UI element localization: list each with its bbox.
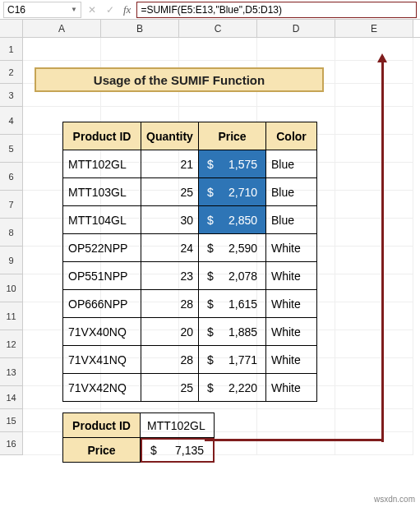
cell[interactable] — [335, 274, 413, 302]
cell-color[interactable]: White — [266, 374, 317, 402]
cell-price[interactable]: $2,850 — [199, 206, 266, 234]
row-header[interactable]: 9 — [0, 247, 23, 274]
row-header[interactable]: 6 — [0, 163, 23, 191]
currency-symbol: $ — [207, 325, 214, 339]
price-value: 1,575 — [228, 158, 257, 171]
summary-pid-label: Product ID — [63, 413, 141, 438]
cell[interactable] — [335, 386, 413, 409]
chevron-down-icon: ▼ — [71, 6, 77, 13]
cell-qty[interactable]: 30 — [141, 206, 199, 234]
arrow-vertical — [381, 56, 384, 442]
cell-price[interactable]: $2,710 — [199, 178, 266, 206]
cell[interactable] — [101, 38, 179, 61]
cell-qty[interactable]: 25 — [141, 178, 199, 206]
cell[interactable] — [335, 38, 413, 61]
row-header[interactable]: 7 — [0, 191, 23, 219]
row-header[interactable]: 2 — [0, 61, 23, 84]
cell-price[interactable]: $1,575 — [199, 150, 266, 178]
cell-color[interactable]: White — [266, 318, 317, 346]
table-row: OP666NPP28$1,615White — [63, 290, 317, 318]
cell-color[interactable]: White — [266, 262, 317, 290]
table-row: OP522NPP24$2,590White — [63, 234, 317, 262]
cell[interactable] — [335, 84, 413, 107]
row-header[interactable]: 12 — [0, 330, 23, 358]
cell[interactable] — [335, 409, 413, 432]
cell[interactable] — [335, 219, 413, 247]
cell[interactable] — [335, 330, 413, 358]
price-value: 1,885 — [228, 325, 257, 339]
cell-color[interactable]: Blue — [266, 206, 317, 234]
row-header[interactable]: 5 — [0, 135, 23, 163]
cell-qty[interactable]: 25 — [141, 374, 199, 402]
cell-qty[interactable]: 21 — [141, 150, 199, 178]
cell-pid[interactable]: 71VX40NQ — [63, 318, 141, 346]
cell-price[interactable]: $1,771 — [199, 346, 266, 374]
price-value: 2,078 — [228, 270, 257, 283]
row-header[interactable]: 4 — [0, 107, 23, 135]
col-header-c[interactable]: C — [179, 20, 257, 37]
cell-color[interactable]: White — [266, 290, 317, 318]
cell-price[interactable]: $2,078 — [199, 262, 266, 290]
cell-qty[interactable]: 28 — [141, 346, 199, 374]
cell[interactable] — [335, 358, 413, 386]
cell[interactable] — [257, 38, 335, 61]
cell[interactable] — [257, 432, 335, 455]
row-header[interactable]: 13 — [0, 358, 23, 386]
col-header-b[interactable]: B — [101, 20, 179, 37]
cell-pid[interactable]: MTT102GL — [63, 150, 141, 178]
cell[interactable] — [335, 135, 413, 163]
cell[interactable] — [257, 409, 335, 432]
cell-color[interactable]: Blue — [266, 150, 317, 178]
cell-price[interactable]: $2,590 — [199, 234, 266, 262]
currency-symbol: $ — [207, 270, 214, 283]
cell-price[interactable]: $1,885 — [199, 318, 266, 346]
cell-pid[interactable]: 71VX42NQ — [63, 374, 141, 402]
cell-color[interactable]: White — [266, 234, 317, 262]
currency-symbol: $ — [207, 353, 214, 366]
cell-price[interactable]: $1,615 — [199, 290, 266, 318]
cell-pid[interactable]: OP522NPP — [63, 234, 141, 262]
cell-pid[interactable]: MTT104GL — [63, 206, 141, 234]
row-header[interactable]: 15 — [0, 409, 23, 432]
cell[interactable] — [335, 61, 413, 84]
col-header-e[interactable]: E — [335, 20, 413, 37]
row-header[interactable]: 3 — [0, 84, 23, 107]
row-header[interactable]: 1 — [0, 38, 23, 61]
cell[interactable] — [335, 432, 413, 455]
summary-price-val: 7,135 — [175, 444, 204, 457]
row-header[interactable]: 8 — [0, 219, 23, 247]
th-color: Color — [266, 122, 317, 150]
fx-icon[interactable]: fx — [121, 3, 133, 16]
row-header[interactable]: 11 — [0, 302, 23, 330]
row-header[interactable]: 16 — [0, 432, 23, 455]
summary-pid-value[interactable]: MTT102GL — [141, 413, 215, 438]
cell-color[interactable]: Blue — [266, 178, 317, 206]
cell[interactable] — [335, 302, 413, 330]
cancel-icon[interactable]: ✕ — [85, 2, 99, 17]
cell-qty[interactable]: 24 — [141, 234, 199, 262]
cell-pid[interactable]: 71VX41NQ — [63, 346, 141, 374]
confirm-icon[interactable]: ✓ — [103, 2, 118, 17]
cell-qty[interactable]: 23 — [141, 262, 199, 290]
cell-pid[interactable]: OP551NPP — [63, 262, 141, 290]
col-header-d[interactable]: D — [257, 20, 335, 37]
cell[interactable] — [335, 191, 413, 219]
cell-pid[interactable]: MTT103GL — [63, 178, 141, 206]
cell[interactable] — [23, 38, 101, 61]
formula-bar[interactable]: =SUMIF(E5:E13,"Blue",D5:D13) — [136, 2, 417, 18]
row-header[interactable]: 14 — [0, 386, 23, 409]
cell-price[interactable]: $2,220 — [199, 374, 266, 402]
select-all-corner[interactable] — [0, 20, 23, 37]
row-header[interactable]: 10 — [0, 274, 23, 302]
cell-pid[interactable]: OP666NPP — [63, 290, 141, 318]
cell[interactable] — [335, 163, 413, 191]
cell-qty[interactable]: 28 — [141, 290, 199, 318]
cell[interactable] — [179, 38, 257, 61]
name-box[interactable]: C16 ▼ — [3, 2, 81, 18]
col-header-a[interactable]: A — [23, 20, 101, 37]
cell[interactable] — [335, 247, 413, 274]
cell-qty[interactable]: 20 — [141, 318, 199, 346]
summary-price-cell[interactable]: $ 7,135 — [141, 438, 215, 463]
cell-color[interactable]: White — [266, 346, 317, 374]
cell[interactable] — [335, 107, 413, 135]
